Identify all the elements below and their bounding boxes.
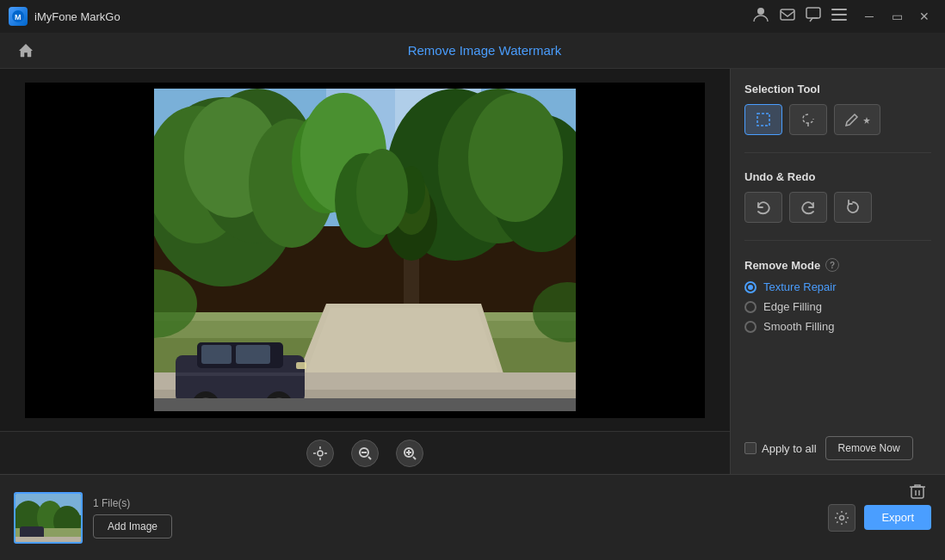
bottom-left: 1 File(s) Add Image: [93, 497, 172, 538]
smooth-filling-option[interactable]: Smooth Filling: [744, 320, 931, 333]
menu-icon[interactable]: [831, 9, 847, 24]
apply-to-all-label: Apply to all: [762, 442, 817, 455]
svg-rect-3: [781, 9, 794, 20]
chat-icon[interactable]: [806, 7, 821, 26]
apply-to-all-wrap: Apply to all: [744, 442, 817, 455]
home-button[interactable]: [14, 39, 38, 63]
lasso-select-button[interactable]: [789, 104, 827, 135]
brush-select-button[interactable]: [834, 104, 880, 135]
svg-point-28: [356, 149, 408, 235]
mail-icon[interactable]: [780, 7, 795, 26]
svg-rect-4: [806, 8, 820, 18]
smooth-filling-label: Smooth Filling: [763, 320, 834, 333]
titlebar-controls: ─ ▭ ✕: [857, 4, 936, 28]
file-count-label: 1 File(s): [93, 497, 130, 509]
svg-text:M: M: [15, 13, 22, 22]
divider-2: [744, 240, 931, 241]
zoom-out-button[interactable]: [351, 440, 379, 467]
texture-repair-radio[interactable]: [744, 281, 757, 293]
smooth-filling-radio[interactable]: [744, 321, 757, 333]
export-button[interactable]: Export: [864, 505, 931, 530]
add-image-button[interactable]: Add Image: [93, 514, 172, 538]
remove-mode-info-icon[interactable]: ?: [825, 258, 839, 272]
svg-rect-65: [15, 537, 83, 544]
svg-rect-57: [757, 114, 769, 126]
thumbnail-item[interactable]: [14, 492, 83, 544]
image-container: [25, 83, 705, 418]
edge-filling-radio[interactable]: [744, 301, 757, 313]
bottom-actions: Apply to all Remove Now: [744, 436, 931, 460]
remove-mode-title-text: Remove Mode: [744, 259, 820, 272]
svg-rect-39: [236, 345, 270, 364]
subheader: Remove Image Watermark: [0, 33, 945, 69]
user-icon[interactable]: [752, 6, 769, 27]
selection-tool-section: Selection Tool: [744, 83, 931, 135]
svg-rect-6: [831, 14, 847, 15]
svg-rect-44: [176, 372, 305, 376]
app-wrapper: M iMyFone MarkGo ─ ▭ ✕: [0, 0, 945, 560]
remove-mode-section: Remove Mode ? Texture Repair Edge Fillin…: [744, 258, 931, 333]
svg-rect-45: [296, 362, 306, 369]
tool-row: [744, 104, 931, 135]
reset-button[interactable]: [834, 192, 872, 223]
maximize-button[interactable]: ▭: [885, 4, 909, 28]
app-title: iMyFone MarkGo: [34, 10, 120, 23]
zoom-in-button[interactable]: [396, 440, 423, 467]
redo-button[interactable]: [789, 192, 827, 223]
bottom-right-actions: Export: [828, 504, 931, 532]
svg-rect-5: [831, 9, 847, 10]
undo-redo-title: Undo & Redo: [744, 170, 931, 183]
rect-select-button[interactable]: [744, 104, 782, 135]
divider-1: [744, 152, 931, 153]
canvas-toolbar: [0, 431, 730, 474]
texture-repair-label: Texture Repair: [763, 280, 837, 293]
canvas-inner: [0, 69, 730, 431]
minimize-button[interactable]: ─: [857, 4, 881, 28]
svg-point-2: [757, 8, 764, 15]
undo-row: [744, 192, 931, 223]
remove-now-button[interactable]: Remove Now: [825, 436, 913, 460]
trash-button[interactable]: [904, 477, 931, 505]
right-panel: Selection Tool Undo & Redo: [730, 69, 945, 474]
edge-filling-label: Edge Filling: [763, 300, 822, 313]
close-button[interactable]: ✕: [912, 4, 936, 28]
svg-point-66: [840, 515, 844, 520]
titlebar: M iMyFone MarkGo ─ ▭ ✕: [0, 0, 945, 33]
remove-mode-options: Texture Repair Edge Filling Smooth Filli…: [744, 280, 931, 333]
svg-point-49: [318, 451, 323, 456]
titlebar-icons: ─ ▭ ✕: [752, 4, 936, 28]
content-row: Selection Tool Undo & Redo: [0, 69, 945, 474]
street-scene-svg: [154, 89, 576, 411]
texture-repair-option[interactable]: Texture Repair: [744, 280, 931, 293]
bottom-bar: 1 File(s) Add Image Export: [0, 474, 945, 560]
svg-rect-67: [911, 487, 923, 498]
remove-mode-header: Remove Mode ?: [744, 258, 931, 272]
undo-button[interactable]: [744, 192, 782, 223]
svg-rect-38: [201, 345, 232, 364]
pan-tool-button[interactable]: [306, 440, 334, 467]
svg-line-56: [413, 457, 416, 459]
settings-button[interactable]: [828, 504, 855, 532]
edge-filling-option[interactable]: Edge Filling: [744, 300, 931, 313]
svg-point-22: [468, 93, 563, 222]
page-title: Remove Image Watermark: [38, 43, 931, 58]
canvas-wrapper: [0, 69, 730, 474]
titlebar-left: M iMyFone MarkGo: [9, 7, 120, 26]
selection-tool-title: Selection Tool: [744, 83, 931, 95]
apply-to-all-checkbox[interactable]: [744, 442, 757, 454]
undo-redo-section: Undo & Redo: [744, 170, 931, 223]
svg-rect-48: [154, 398, 576, 411]
app-logo: M: [9, 7, 28, 26]
svg-rect-7: [831, 19, 847, 21]
svg-line-52: [368, 457, 371, 459]
